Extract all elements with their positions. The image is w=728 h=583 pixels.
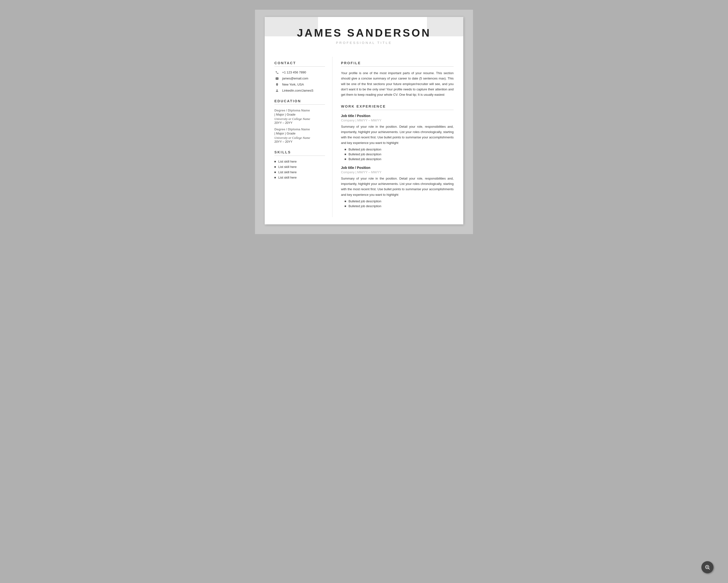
zoom-button[interactable] <box>701 561 713 573</box>
bullet-icon <box>275 177 276 178</box>
bullet-text: Bulleted job description <box>348 148 382 151</box>
skills-section-title: SKILLS <box>275 150 325 156</box>
bullet-text: Bulleted job description <box>348 199 382 203</box>
linkedin-icon <box>275 89 280 92</box>
job-summary-1: Summary of your role in the position. De… <box>341 124 453 146</box>
job-summary-2: Summary of your role in the position. De… <box>341 176 453 198</box>
contact-section-title: CONTACT <box>275 61 325 67</box>
job-bullet-2-2: Bulleted job description <box>341 204 453 208</box>
skill-text-4: List skill here <box>278 176 297 179</box>
bullet-icon <box>345 149 346 150</box>
skill-item-1: List skill here <box>275 160 325 163</box>
skill-text-1: List skill here <box>278 160 297 163</box>
edu-degree-1: Degree / Diploma Name <box>275 108 325 112</box>
bullet-icon <box>275 166 276 168</box>
edu-years-1: 20YY – 20YY <box>275 121 325 125</box>
profile-text: Your profile is one of the most importan… <box>341 71 453 98</box>
work-section-title: WORK EXPERIENCE <box>341 104 453 110</box>
bullet-icon <box>275 172 276 173</box>
profile-section: PROFILE Your profile is one of the most … <box>341 61 453 98</box>
edu-degree-2: Degree / Diploma Name <box>275 127 325 131</box>
bullet-text: Bulleted job description <box>348 152 382 156</box>
edu-university-1: University or College Name <box>275 117 325 121</box>
resume-header: JAMES SANDERSON PROFESSIONAL TITLE <box>265 17 463 52</box>
bullet-icon <box>345 154 346 155</box>
edu-major-1: | Major | Grade <box>275 113 325 116</box>
resume-body: CONTACT +1 123 456 7890 james@email.com <box>265 52 463 224</box>
contact-section: CONTACT +1 123 456 7890 james@email.com <box>275 61 325 92</box>
contact-location: New York, USA <box>275 83 325 86</box>
education-section: EDUCATION Degree / Diploma Name | Major … <box>275 99 325 144</box>
svg-line-1 <box>709 568 710 570</box>
profile-section-title: PROFILE <box>341 61 453 67</box>
header-accent-right <box>427 17 463 36</box>
job-entry-1: Job title / Position Company | MM/YY – M… <box>341 114 453 161</box>
contact-phone: +1 123 456 7890 <box>275 71 325 74</box>
bullet-text: Bulleted job description <box>348 204 382 208</box>
left-column: CONTACT +1 123 456 7890 james@email.com <box>265 57 333 217</box>
skill-item-4: List skill here <box>275 176 325 179</box>
bullet-icon <box>345 201 346 202</box>
candidate-name: JAMES SANDERSON <box>297 27 431 39</box>
bullet-icon <box>345 205 346 207</box>
job-title-2: Job title / Position <box>341 166 453 170</box>
job-title-1: Job title / Position <box>341 114 453 118</box>
skills-section: SKILLS List skill here List skill here L… <box>275 150 325 179</box>
bullet-icon <box>275 161 276 162</box>
job-bullet-1-1: Bulleted job description <box>341 148 453 151</box>
phone-text: +1 123 456 7890 <box>282 71 306 74</box>
job-company-1: Company | MM/YY – MM/YY <box>341 119 453 122</box>
location-icon <box>275 83 280 86</box>
linkedin-text: LinkedIn.com/JamesS <box>282 89 313 92</box>
email-icon <box>275 77 280 80</box>
page-wrapper: JAMES SANDERSON PROFESSIONAL TITLE CONTA… <box>255 10 473 234</box>
resume-document: JAMES SANDERSON PROFESSIONAL TITLE CONTA… <box>265 17 463 224</box>
job-bullet-1-2: Bulleted job description <box>341 152 453 156</box>
job-company-2: Company | MM/YY – MM/YY <box>341 170 453 174</box>
education-section-title: EDUCATION <box>275 99 325 105</box>
edu-years-2: 20YY – 20YY <box>275 140 325 144</box>
skill-text-3: List skill here <box>278 170 297 174</box>
phone-icon <box>275 71 280 74</box>
edu-major-2: | Major | Grade <box>275 132 325 135</box>
skill-item-2: List skill here <box>275 165 325 169</box>
bullet-text: Bulleted job description <box>348 157 382 161</box>
skill-item-3: List skill here <box>275 170 325 174</box>
location-text: New York, USA <box>282 83 304 86</box>
edu-university-2: University or College Name <box>275 136 325 140</box>
job-bullet-1-3: Bulleted job description <box>341 157 453 161</box>
work-experience-section: WORK EXPERIENCE Job title / Position Com… <box>341 104 453 208</box>
contact-email: james@email.com <box>275 77 325 80</box>
email-text: james@email.com <box>282 77 308 80</box>
job-entry-2: Job title / Position Company | MM/YY – M… <box>341 166 453 208</box>
candidate-title: PROFESSIONAL TITLE <box>336 41 392 45</box>
skill-text-2: List skill here <box>278 165 297 169</box>
job-bullet-2-1: Bulleted job description <box>341 199 453 203</box>
contact-linkedin: LinkedIn.com/JamesS <box>275 89 325 92</box>
right-column: PROFILE Your profile is one of the most … <box>333 57 463 217</box>
bullet-icon <box>345 158 346 160</box>
